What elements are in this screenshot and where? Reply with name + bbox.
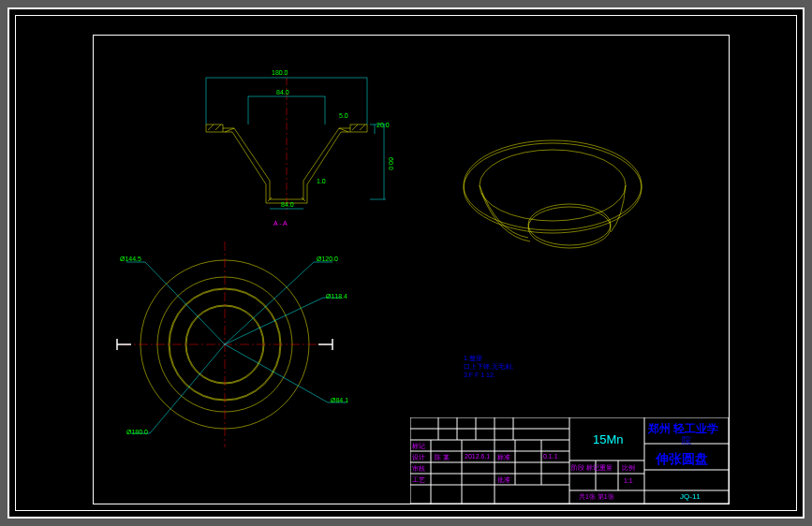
part-name: 伸张圆盘 [656,451,708,468]
lbl-r2c4: 标准 [497,453,510,462]
sheet: 共1张 第1张 [579,492,614,502]
svg-point-43 [464,143,642,233]
svg-line-32 [145,262,225,344]
dim-step: 20.0 [376,122,390,128]
dim-d2: Ø120.0 [317,256,338,262]
dim-inner-w: 84.0 [276,89,289,95]
svg-line-4 [225,128,234,132]
dim-h: 60.0 [388,157,394,170]
dim-step2: 5.0 [339,112,348,119]
svg-line-3 [360,124,365,130]
tol: 0.1.1 [543,453,558,460]
lbl-r4: 工艺 [412,475,425,485]
titleblock: 15Mn 郑州 轻工业学 院 伸张圆盘 JQ-11 标记 设计 陈 某 2012… [410,417,729,504]
dim-outer-w: 180.0 [272,69,288,76]
section-view [206,78,367,213]
note-line1: 1.整形 [464,354,513,362]
dim-bw: 84.0 [281,201,294,208]
svg-line-35 [225,344,328,402]
drawing-border: 180.0 84.0 60.0 20.0 5.0 84.0 1.0 A - A … [93,35,730,504]
val-r2c3: 2012.6.1 [465,453,490,460]
top-dims [206,78,386,209]
note-line3: 3.F F 1 12. [464,371,513,379]
notes: 1.整形 口上下锋,无毛刺; 3.F F 1 12. [464,354,513,379]
svg-line-5 [339,128,348,132]
school2: 院 [682,434,691,447]
material: 15Mn [593,432,624,446]
val-r2c2: 陈 某 [435,453,450,462]
svg-point-44 [480,150,626,221]
dim-d5: Ø180.0 [126,429,148,435]
svg-line-34 [225,298,323,344]
weight: 重量 [599,463,613,473]
section-label: A - A [273,220,288,226]
svg-line-33 [225,262,314,344]
iso-view [464,140,642,248]
lbl-r2: 设计 [412,453,425,462]
cad-inner-frame: 180.0 84.0 60.0 20.0 5.0 84.0 1.0 A - A … [15,15,797,511]
lbl-r1: 标记 [412,442,425,451]
dim-thk: 1.0 [317,178,326,184]
scale: 比例 [622,463,635,473]
svg-line-2 [352,124,358,130]
lbl-r4c4: 批准 [497,475,510,485]
svg-line-1 [215,124,221,130]
dim-d1: Ø144.5 [120,256,141,262]
stage: 阶段 标记 [571,463,599,473]
note-line2: 口上下锋,无毛刺; [464,362,513,371]
scale-val: 1:1 [624,477,633,484]
svg-point-45 [528,204,611,245]
svg-line-0 [208,124,214,130]
dim-d4: Ø84.1 [331,397,348,403]
cad-outer-frame: 180.0 84.0 60.0 20.0 5.0 84.0 1.0 A - A … [7,7,805,519]
svg-point-42 [464,140,642,230]
dwg-no: JQ-11 [680,492,701,501]
front-view [117,241,347,447]
lbl-r3: 审核 [412,464,425,474]
dim-d3: Ø118.4 [326,293,347,300]
